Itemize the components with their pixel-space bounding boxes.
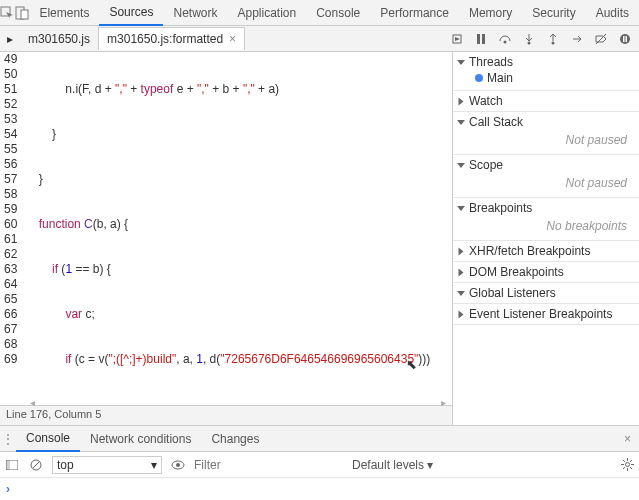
drawer-tab-changes[interactable]: Changes	[201, 427, 269, 451]
device-icon[interactable]	[15, 5, 30, 21]
thread-main[interactable]: Main	[457, 69, 635, 87]
watch-section[interactable]: Watch	[457, 94, 635, 108]
drawer-tab-console[interactable]: Console	[16, 426, 80, 452]
svg-line-16	[33, 462, 39, 468]
console-controls: top▾ Default levels ▾	[0, 452, 639, 478]
threads-section[interactable]: Threads	[457, 55, 635, 69]
tab-application[interactable]: Application	[227, 1, 306, 25]
close-drawer-icon[interactable]: ×	[616, 432, 639, 446]
breakpoints-empty: No breakpoints	[457, 215, 635, 237]
scope-section[interactable]: Scope	[457, 158, 635, 172]
step-icon[interactable]	[569, 31, 585, 47]
tab-network[interactable]: Network	[163, 1, 227, 25]
code-content[interactable]: n.i(F, d + "," + typeof e + "," + b + ",…	[25, 52, 440, 397]
tab-console[interactable]: Console	[306, 1, 370, 25]
chevron-down-icon: ▾	[151, 458, 157, 472]
drawer-menu-icon[interactable]: ⋮	[0, 432, 16, 446]
svg-rect-14	[6, 460, 10, 470]
tab-audits[interactable]: Audits	[586, 1, 639, 25]
svg-line-27	[630, 460, 632, 462]
svg-line-26	[623, 467, 625, 469]
file-tab-2[interactable]: m301650.js:formatted×	[98, 27, 245, 50]
tab-elements[interactable]: Elements	[29, 1, 99, 25]
svg-rect-2	[21, 10, 28, 19]
inspect-icon[interactable]	[0, 5, 15, 21]
status-bar: Line 176, Column 5	[0, 405, 452, 425]
step-out-icon[interactable]	[545, 31, 561, 47]
svg-rect-5	[482, 34, 485, 44]
horizontal-scrollbar[interactable]	[0, 397, 452, 405]
console-input[interactable]	[0, 478, 639, 500]
close-icon[interactable]: ×	[229, 32, 236, 46]
file-tab-label: m301650.js	[28, 32, 90, 46]
event-listener-breakpoints-section[interactable]: Event Listener Breakpoints	[457, 307, 635, 321]
pause-exceptions-icon[interactable]	[617, 31, 633, 47]
svg-rect-11	[623, 36, 625, 42]
xhr-breakpoints-section[interactable]: XHR/fetch Breakpoints	[457, 244, 635, 258]
breakpoints-section[interactable]: Breakpoints	[457, 201, 635, 215]
svg-line-25	[630, 467, 632, 469]
svg-point-10	[620, 34, 630, 44]
tab-sources[interactable]: Sources	[99, 0, 163, 26]
code-pane: 4950515253545556575859606162636465666768…	[0, 52, 453, 425]
step-over-icon[interactable]	[497, 31, 513, 47]
run-icon[interactable]	[449, 31, 465, 47]
debugger-toolbar	[449, 31, 639, 47]
navigator-toggle-icon[interactable]: ▸	[0, 31, 20, 47]
clear-console-icon[interactable]	[28, 457, 44, 473]
callstack-empty: Not paused	[457, 129, 635, 151]
console-settings-icon[interactable]	[619, 457, 635, 473]
svg-point-18	[176, 463, 180, 467]
tab-memory[interactable]: Memory	[459, 1, 522, 25]
line-gutter: 4950515253545556575859606162636465666768…	[0, 52, 25, 397]
svg-point-7	[528, 41, 531, 44]
devtools-tabs: Elements Sources Network Application Con…	[0, 0, 639, 26]
file-tab-1[interactable]: m301650.js	[20, 28, 98, 50]
svg-point-8	[552, 41, 555, 44]
scope-empty: Not paused	[457, 172, 635, 194]
context-selector[interactable]: top▾	[52, 456, 162, 474]
svg-rect-12	[626, 36, 628, 42]
svg-point-6	[504, 40, 507, 43]
callstack-section[interactable]: Call Stack	[457, 115, 635, 129]
dom-breakpoints-section[interactable]: DOM Breakpoints	[457, 265, 635, 279]
debugger-sidebar: Threads Main Watch Call Stack Not paused…	[453, 52, 639, 425]
deactivate-breakpoints-icon[interactable]	[593, 31, 609, 47]
live-expression-icon[interactable]	[170, 457, 186, 473]
tab-performance[interactable]: Performance	[370, 1, 459, 25]
global-listeners-section[interactable]: Global Listeners	[457, 286, 635, 300]
svg-point-19	[625, 463, 629, 467]
tab-security[interactable]: Security	[522, 1, 585, 25]
svg-line-24	[623, 460, 625, 462]
step-into-icon[interactable]	[521, 31, 537, 47]
file-tabs: ▸ m301650.js m301650.js:formatted×	[0, 26, 639, 52]
file-tab-label: m301650.js:formatted	[107, 32, 223, 46]
svg-rect-4	[477, 34, 480, 44]
drawer-tab-network-conditions[interactable]: Network conditions	[80, 427, 201, 451]
drawer: ⋮ Console Network conditions Changes × t…	[0, 425, 639, 500]
log-levels-selector[interactable]: Default levels ▾	[352, 458, 433, 472]
console-sidebar-toggle-icon[interactable]	[4, 457, 20, 473]
filter-input[interactable]	[194, 458, 344, 472]
pause-icon[interactable]	[473, 31, 489, 47]
